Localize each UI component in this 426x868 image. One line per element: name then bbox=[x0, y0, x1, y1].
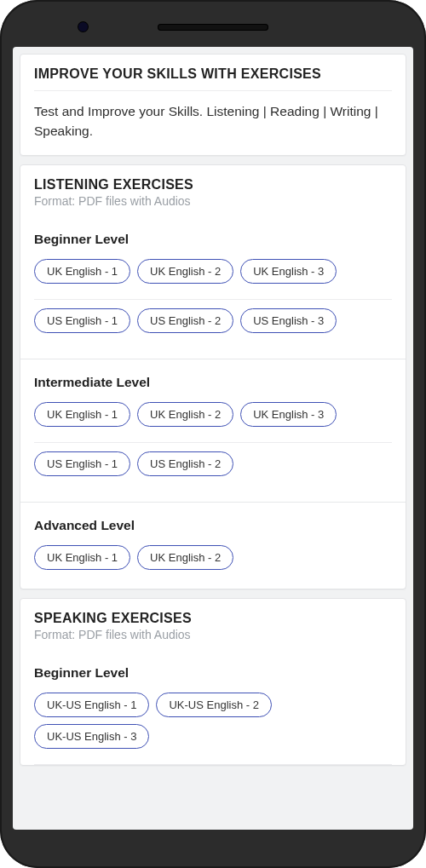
chip-row: UK English - 1 UK English - 2 bbox=[34, 537, 392, 589]
level-title: Beginner Level bbox=[34, 660, 392, 681]
listening-subtitle: Format: PDF files with Audios bbox=[34, 194, 392, 208]
speaking-subtitle: Format: PDF files with Audios bbox=[34, 628, 392, 641]
exercise-chip[interactable]: US English - 2 bbox=[137, 451, 233, 476]
exercise-chip[interactable]: UK-US English - 2 bbox=[156, 693, 271, 717]
level-block-beginner: Beginner Level UK English - 1 UK English… bbox=[20, 216, 406, 352]
level-title: Intermediate Level bbox=[34, 370, 392, 390]
level-block-advanced: Advanced Level UK English - 1 UK English… bbox=[20, 503, 406, 589]
intro-card: IMPROVE YOUR SKILLS WITH EXERCISES Test … bbox=[20, 54, 406, 156]
screen: IMPROVE YOUR SKILLS WITH EXERCISES Test … bbox=[13, 47, 413, 830]
intro-body: Test and Improve your Skills. Listening … bbox=[20, 91, 406, 155]
phone-frame: IMPROVE YOUR SKILLS WITH EXERCISES Test … bbox=[0, 0, 426, 868]
exercise-chip[interactable]: UK English - 2 bbox=[137, 259, 233, 284]
listening-card: LISTENING EXERCISES Format: PDF files wi… bbox=[20, 164, 406, 589]
exercise-chip[interactable]: US English - 1 bbox=[34, 308, 130, 333]
chip-row: UK English - 1 UK English - 2 UK English… bbox=[34, 250, 392, 300]
intro-title: IMPROVE YOUR SKILLS WITH EXERCISES bbox=[34, 66, 392, 82]
listening-title: LISTENING EXERCISES bbox=[34, 177, 392, 193]
exercise-chip[interactable]: US English - 2 bbox=[137, 308, 233, 333]
exercise-chip[interactable]: UK English - 3 bbox=[240, 259, 337, 284]
exercise-chip[interactable]: UK English - 2 bbox=[137, 402, 233, 427]
speaking-title: SPEAKING EXERCISES bbox=[34, 611, 392, 626]
exercise-chip[interactable]: UK English - 1 bbox=[34, 259, 130, 284]
exercise-chip[interactable]: US English - 1 bbox=[34, 451, 130, 476]
level-block-beginner: Beginner Level UK-US English - 1 UK-US E… bbox=[20, 650, 406, 765]
exercise-chip[interactable]: UK-US English - 3 bbox=[34, 724, 149, 749]
exercise-chip[interactable]: UK English - 3 bbox=[240, 402, 337, 427]
speaking-card: SPEAKING EXERCISES Format: PDF files wit… bbox=[20, 598, 406, 766]
exercise-chip[interactable]: UK English - 2 bbox=[137, 545, 233, 570]
exercise-chip[interactable]: UK English - 1 bbox=[34, 402, 130, 427]
exercise-chip[interactable]: UK English - 1 bbox=[34, 545, 130, 570]
level-block-intermediate: Intermediate Level UK English - 1 UK Eng… bbox=[20, 359, 406, 495]
level-title: Beginner Level bbox=[34, 227, 392, 247]
chip-row: UK-US English - 1 UK-US English - 2 UK-U… bbox=[34, 684, 392, 765]
exercise-chip[interactable]: US English - 3 bbox=[240, 308, 337, 333]
chip-row: UK English - 1 UK English - 2 UK English… bbox=[34, 394, 392, 443]
level-title: Advanced Level bbox=[34, 513, 392, 533]
exercise-chip[interactable]: UK-US English - 1 bbox=[34, 693, 149, 717]
chip-row: US English - 1 US English - 2 bbox=[34, 443, 392, 495]
chip-row: US English - 1 US English - 2 US English… bbox=[34, 300, 392, 352]
